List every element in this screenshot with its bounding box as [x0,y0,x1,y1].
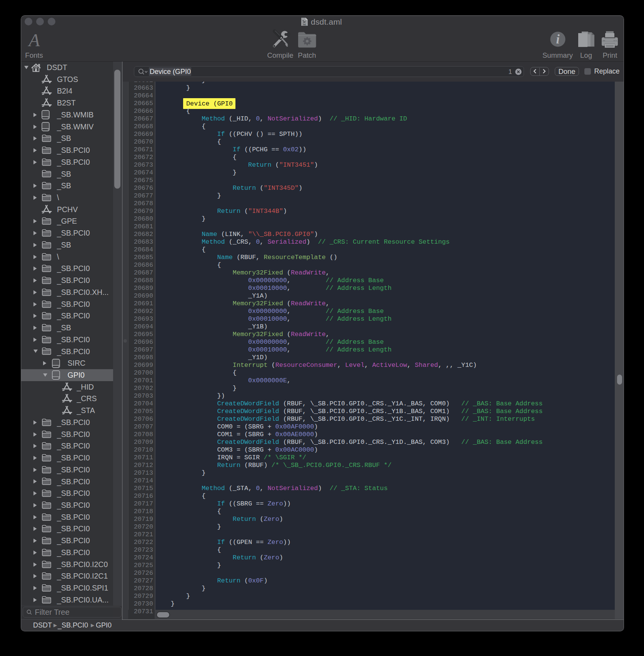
svg-text:i: i [556,32,560,46]
svg-text:AML: AML [303,24,307,26]
